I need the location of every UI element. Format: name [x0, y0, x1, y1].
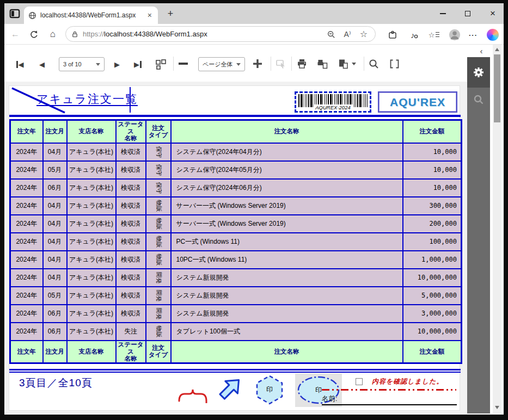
column-header: 注文名称	[171, 120, 403, 143]
cell-type: 物販	[146, 215, 171, 233]
last-page-button[interactable]: ▶	[134, 59, 142, 70]
workspaces-icon[interactable]	[9, 8, 21, 20]
tab-close-icon[interactable]: ×	[146, 11, 154, 20]
cell-name: システム保守(2024年04月分)	[171, 143, 403, 161]
next-page-button[interactable]: ▶	[114, 59, 120, 70]
collapse-panel-button[interactable]: ‹	[476, 47, 487, 57]
panel-search-button[interactable]	[467, 88, 490, 112]
scroll-down-arrow[interactable]	[495, 406, 499, 409]
cell-month: 04月	[43, 197, 67, 215]
order-table: 注文年注文月支店名称ステータス 名称注文 タイプ注文名称注文金額 2024年04…	[9, 119, 462, 364]
browser-tab[interactable]: localhost:44388/WebForm1.aspx ×	[24, 7, 158, 24]
cell-year: 2024年	[10, 251, 43, 269]
cell-amount: 10,000,000	[403, 269, 462, 287]
order-type-rotated: 物販	[155, 254, 161, 266]
copilot-icon[interactable]	[486, 28, 500, 42]
refresh-button[interactable]	[27, 28, 40, 41]
report-page: アキュラ注文一覧 AQUREX-2024 AQU'REX 注文年注文月支店名称ス…	[9, 85, 460, 411]
settings-more-button[interactable]: ···	[466, 28, 480, 42]
order-type-rotated: 保守	[155, 182, 161, 194]
search-icon	[473, 94, 485, 106]
cell-year: 2024年	[10, 233, 43, 251]
cell-type: 保守	[146, 143, 171, 161]
tab-title: localhost:44388/WebForm1.aspx	[40, 11, 142, 19]
cell-branch: アキュラ(本社)	[67, 143, 116, 161]
list-lines	[436, 32, 439, 38]
fullscreen-button[interactable]	[389, 58, 400, 72]
report-title: アキュラ注文一覧	[36, 91, 138, 107]
maximize-button[interactable]	[460, 8, 476, 20]
cell-type: 物販	[146, 197, 171, 215]
gear-icon	[472, 66, 485, 79]
vertical-scrollbar[interactable]	[493, 45, 501, 413]
cell-name: サーバー一式 (Windows Server 2019)	[171, 215, 403, 233]
settings-button[interactable]	[467, 57, 490, 88]
print-button[interactable]	[296, 58, 308, 72]
print-layout-button[interactable]	[317, 58, 328, 72]
column-header: 注文 タイプ	[146, 120, 171, 143]
cell-type: 物販	[146, 233, 171, 251]
select-tool-button	[275, 58, 286, 72]
zoom-out-page-icon[interactable]	[325, 28, 337, 40]
scrollbar-thumb[interactable]	[494, 54, 500, 122]
cell-amount: 300,000	[403, 197, 462, 215]
browser-essentials-icon[interactable]: ♪	[407, 28, 421, 42]
cell-name: システム新規開発	[171, 305, 403, 323]
extensions-icon[interactable]	[385, 28, 400, 42]
cell-amount: 10,000	[403, 161, 462, 179]
multipage-view-button[interactable]	[155, 58, 167, 72]
cell-amount: 200,000	[403, 215, 462, 233]
favorites-bar-icon[interactable]: ☆	[427, 28, 441, 42]
name-underline	[322, 404, 457, 405]
cell-status: 失注	[116, 323, 146, 341]
home-button[interactable]: ⌂	[46, 28, 59, 41]
first-page-button[interactable]: ◀	[16, 59, 24, 70]
column-header: 支店名称	[67, 341, 116, 363]
previous-page-button[interactable]: ◀	[39, 59, 45, 70]
url-host: localhost:44388	[104, 30, 154, 38]
column-header: 注文金額	[403, 341, 462, 363]
export-button[interactable]	[338, 58, 356, 70]
back-button[interactable]: ←	[9, 28, 22, 41]
cell-type: 開発	[146, 287, 171, 305]
read-aloud-icon[interactable]: A⁾	[341, 28, 353, 40]
settings-side-panel	[467, 57, 490, 413]
zoom-out-button[interactable]	[179, 63, 188, 65]
cell-amount: 10,000	[403, 143, 462, 161]
table-row: 2024年06月アキュラ(本社)検収済保守システム保守(2024年06月分)10…	[10, 179, 462, 197]
table-row: 2024年04月アキュラ(本社)検収済物販10PC一式 (Windows 11)…	[10, 251, 462, 269]
table-row: 2024年04月アキュラ(本社)検収済保守システム保守(2024年04月分)10…	[10, 143, 462, 161]
cell-status: 検収済	[116, 269, 146, 287]
page-select-dropdown[interactable]: 3 of 10	[59, 57, 105, 71]
zoom-select-dropdown[interactable]: ページ全体	[198, 57, 245, 71]
order-type-rotated: 物販	[155, 218, 161, 230]
order-type-rotated: 開発	[155, 290, 161, 302]
favorite-star-icon[interactable]: ☆	[358, 28, 370, 40]
profile-avatar[interactable]	[448, 28, 462, 42]
confirm-text: 内容を確認しました。	[372, 377, 443, 386]
name-label: 名前:	[322, 394, 337, 404]
cell-branch: アキュラ(本社)	[67, 197, 116, 215]
cell-year: 2024年	[10, 269, 43, 287]
gear-dot	[414, 34, 418, 39]
report-footer: 3頁目／全10頁 印 印 内容を確認しました。 名前:	[9, 373, 461, 411]
new-tab-button[interactable]: +	[164, 8, 176, 20]
zoom-in-button[interactable]	[252, 58, 263, 71]
cell-status: 検収済	[116, 233, 146, 251]
cell-name: システム保守(2024年05月分)	[171, 161, 403, 179]
order-type-rotated: 物販	[155, 236, 161, 248]
close-window-button[interactable]: ×	[485, 8, 501, 20]
refresh-icon	[29, 30, 38, 39]
confirm-checkbox[interactable]	[356, 378, 363, 385]
barcode-label: AQUREX-2024	[296, 104, 370, 110]
cell-branch: アキュラ(本社)	[67, 269, 116, 287]
cell-year: 2024年	[10, 323, 43, 341]
minimize-button[interactable]	[434, 8, 451, 20]
scroll-up-arrow[interactable]	[495, 48, 499, 51]
minimize-icon	[440, 13, 446, 14]
column-header: ステータス 名称	[116, 120, 146, 143]
url-field[interactable]: https://localhost:44388/WebForm1.aspx A⁾…	[65, 26, 376, 42]
red-dashdot-line	[322, 389, 456, 391]
cell-amount: 10,000	[403, 179, 462, 197]
search-button[interactable]	[368, 58, 380, 72]
